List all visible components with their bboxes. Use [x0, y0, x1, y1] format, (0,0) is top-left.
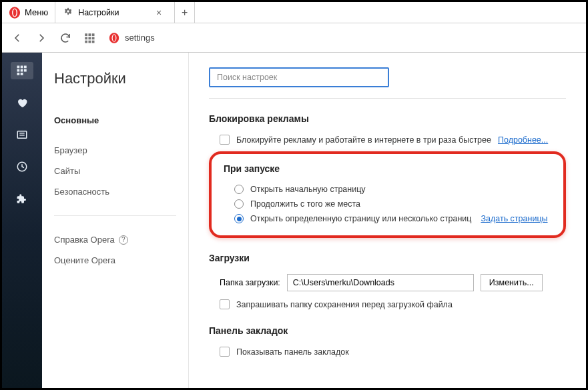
search-placeholder: Поиск настроек	[217, 73, 277, 82]
address-text: settings	[125, 33, 155, 43]
help-icon: ?	[119, 235, 128, 245]
svg-point-14	[113, 35, 115, 41]
sidebar-help[interactable]: Справка Opera ?	[54, 229, 176, 250]
svg-rect-11	[92, 40, 95, 43]
svg-rect-9	[85, 40, 87, 43]
svg-rect-4	[89, 33, 91, 36]
download-folder-path[interactable]: C:\Users\merku\Downloads	[287, 274, 474, 291]
svg-rect-19	[21, 69, 23, 72]
svg-rect-3	[85, 33, 87, 36]
gear-icon	[63, 7, 73, 18]
tab-settings[interactable]: Настройки ×	[55, 2, 175, 23]
speed-dial-button[interactable]	[78, 27, 101, 49]
menu-button[interactable]: Меню	[2, 2, 55, 23]
svg-rect-17	[24, 66, 27, 69]
svg-point-2	[13, 9, 16, 16]
svg-rect-8	[92, 37, 95, 39]
rail-heart[interactable]	[11, 94, 33, 111]
section-ads-title: Блокировка рекламы	[209, 113, 566, 124]
rail-news[interactable]	[11, 126, 33, 143]
reload-button[interactable]	[54, 27, 77, 49]
svg-rect-22	[21, 73, 23, 75]
svg-rect-20	[24, 69, 27, 72]
rail-history[interactable]	[11, 158, 33, 175]
opera-icon	[109, 33, 119, 43]
ask-folder-checkbox[interactable]	[220, 299, 230, 309]
left-rail	[2, 53, 42, 388]
svg-rect-7	[89, 37, 91, 39]
startup-radio-continue[interactable]	[234, 199, 244, 209]
back-button[interactable]	[6, 27, 29, 49]
forward-button[interactable]	[30, 27, 53, 49]
adblock-label: Блокируйте рекламу и работайте в интерне…	[236, 135, 491, 145]
startup-callout: При запуске Открыть начальную страницу П…	[209, 151, 566, 238]
settings-content: Поиск настроек Блокировка рекламы Блокир…	[189, 53, 586, 388]
startup-opt3-label: Открыть определенную страницу или нескол…	[250, 214, 471, 223]
tab-title: Настройки	[78, 8, 119, 17]
startup-radio-specific[interactable]	[234, 214, 244, 223]
page-title: Настройки	[54, 70, 176, 87]
svg-rect-18	[17, 69, 20, 72]
menu-label: Меню	[25, 7, 48, 17]
adblock-checkbox[interactable]	[220, 135, 230, 145]
sidebar-help-label: Справка Opera	[54, 235, 115, 245]
address-bar[interactable]: settings	[102, 28, 582, 48]
startup-opt1-label: Открыть начальную страницу	[250, 185, 366, 194]
startup-radio-homepage[interactable]	[234, 185, 244, 194]
adblock-more-link[interactable]: Подробнее...	[498, 135, 548, 145]
section-bookmarks-bar-title: Панель закладок	[209, 325, 566, 336]
set-pages-link[interactable]: Задать страницы	[481, 214, 547, 223]
new-tab-button[interactable]: +	[175, 2, 195, 23]
rail-extensions[interactable]	[11, 190, 33, 207]
toolbar: settings	[2, 23, 586, 53]
titlebar: Меню Настройки × +	[2, 2, 586, 23]
change-folder-button[interactable]: Изменить...	[481, 274, 543, 291]
sidebar-rate[interactable]: Оцените Opera	[54, 250, 176, 271]
ask-folder-label: Запрашивать папку сохранения перед загру…	[236, 300, 453, 309]
sidebar-item-basic[interactable]: Основные	[54, 110, 176, 131]
svg-rect-16	[21, 66, 23, 69]
opera-icon	[9, 7, 21, 19]
download-folder-label: Папка загрузки:	[220, 278, 280, 287]
svg-rect-5	[92, 33, 95, 36]
settings-search-input[interactable]: Поиск настроек	[209, 67, 389, 87]
sidebar-item-sites[interactable]: Сайты	[54, 161, 176, 181]
section-downloads-title: Загрузки	[209, 253, 566, 263]
sidebar-item-browser[interactable]: Браузер	[54, 140, 176, 161]
sidebar-item-security[interactable]: Безопасность	[54, 181, 176, 202]
tab-close-button[interactable]: ×	[152, 5, 166, 20]
svg-rect-10	[89, 40, 91, 43]
show-bookmarks-label: Показывать панель закладок	[236, 347, 349, 357]
svg-rect-6	[85, 37, 87, 39]
svg-rect-15	[17, 66, 20, 69]
section-startup-title: При запуске	[224, 163, 551, 174]
show-bookmarks-checkbox[interactable]	[220, 347, 230, 357]
rail-speed-dial[interactable]	[11, 62, 33, 79]
startup-opt2-label: Продолжить с того же места	[250, 199, 360, 209]
svg-rect-21	[17, 73, 20, 75]
settings-sidebar: Настройки Основные Браузер Сайты Безопас…	[42, 53, 189, 388]
